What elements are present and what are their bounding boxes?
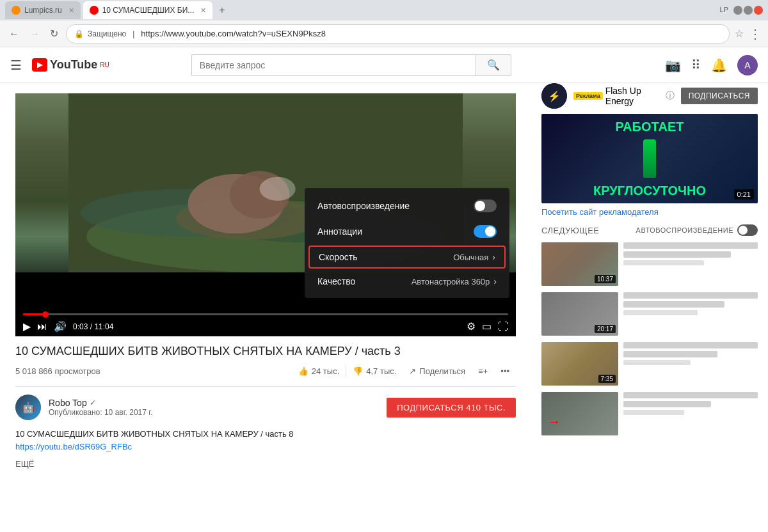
tab-label-youtube: 10 СУМАСШЕДШИХ БИ... [102,6,195,15]
ad-subscribe-button[interactable]: ПОДПИСАТЬСЯ [681,88,758,104]
settings-speed-label: Скорость [319,252,357,262]
settings-quality-item[interactable]: Качество Автонастройка 360p › [305,270,509,293]
tab-close-lumpics[interactable]: ✕ [68,6,74,15]
rec-title-4b [623,401,711,407]
add-to-playlist-button[interactable]: ≡+ [472,363,494,380]
ad-thumb-text-line2: КРУГЛОСУТОЧНО [593,183,706,198]
yt-menu-button[interactable]: ☰ [10,58,22,73]
yt-search-input[interactable] [191,54,476,76]
share-icon: ↗ [409,366,416,376]
yt-logo-ru: RU [100,61,109,68]
settings-button[interactable]: ⚙ [467,320,476,332]
settings-quality-right: Автонастройка 360p › [412,276,497,286]
ad-header: ⚡ Реклама Flash Up Energy ⓘ ПОДПИСАТЬСЯ [541,83,758,109]
settings-autoplay-item[interactable]: Автовоспроизведение [305,193,509,219]
bookmark-button[interactable]: ☆ [735,27,744,40]
rec-title-1 [623,242,758,249]
thumbs-down-icon: 👎 [353,366,363,376]
close-button[interactable] [754,6,763,15]
settings-speed-right: Обычная › [453,252,495,262]
rec-meta-2 [623,310,698,315]
yt-user-avatar[interactable]: A [737,55,758,75]
theater-button[interactable]: ▭ [482,320,492,332]
address-bar-input[interactable]: 🔒 Защищено | https://www.youtube.com/wat… [66,24,730,43]
rec-meta-4 [623,410,684,415]
yt-search-button[interactable]: 🔍 [476,54,511,76]
reload-button[interactable]: ↻ [47,25,61,42]
rec-duration-1: 10:37 [595,275,616,283]
time-total: 11:04 [94,322,113,331]
channel-row: 🤖 Robo Top ✓ Опубликовано: 10 авг. 2017 … [15,395,516,420]
video-stats-row: 5 018 866 просмотров 👍 24 тыс. 👎 4,7 тыс… [15,363,516,387]
yt-logo-icon: ▶ [32,58,47,72]
share-button[interactable]: ↗ Поделиться [403,363,472,380]
url-separator: | [132,29,134,38]
yt-notifications-button[interactable]: 🔔 [711,58,727,73]
settings-annotations-item[interactable]: Аннотации [305,219,509,244]
video-player[interactable]: Автовоспроизведение Аннотации [15,93,516,336]
channel-publish-date: Опубликовано: 10 авг. 2017 г. [49,408,379,417]
ad-thumbnail[interactable]: РАБОТАЕТ КРУГЛОСУТОЧНО 0:21 [541,114,758,203]
description-link[interactable]: https://youtu.be/dSR69G_RFBc [15,442,132,451]
progress-dot [42,311,49,318]
settings-overlay: Автовоспроизведение Аннотации [305,188,509,298]
yt-apps-button[interactable]: ⠿ [691,58,701,73]
yt-upload-button[interactable]: 📷 [665,58,681,73]
next-label: Следующее [541,226,600,235]
dislike-button[interactable]: 👎 4,7 тыс. [346,363,403,380]
tab-close-youtube[interactable]: ✕ [200,6,206,15]
browser-window: Lumpics.ru ✕ 10 СУМАСШЕДШИХ БИ... ✕ + LP… [0,0,768,532]
ad-badge-row: Реклама Flash Up Energy ⓘ [573,86,675,106]
tab-lumpics[interactable]: Lumpics.ru ✕ [5,1,81,19]
sidebar-autoplay-toggle[interactable] [737,224,758,236]
volume-button[interactable]: 🔊 [54,320,67,332]
forward-button[interactable]: → [27,26,42,42]
play-button[interactable]: ▶ [23,320,31,332]
yt-header-right: 📷 ⠿ 🔔 A [665,55,758,75]
browser-menu-button[interactable]: ⋮ [749,26,762,42]
toggle-thumb [475,201,485,211]
ad-site-link[interactable]: Посетить сайт рекламодателя [541,207,758,217]
ad-info-icon: ⓘ [666,90,675,102]
settings-speed-item[interactable]: Скорость Обычная › [308,246,506,269]
like-button[interactable]: 👍 24 тыс. [292,363,346,380]
video-description: 10 СУМАСШЕДШИХ БИТВ ЖИВОТНЫХ СНЯТЫХ НА К… [15,428,516,471]
subscribe-button[interactable]: ПОДПИСАТЬСЯ 410 ТЫС. [387,398,516,418]
ad-thumb-bottle [643,139,656,178]
rec-thumbnail-1: 10:37 [541,242,618,286]
ad-channel-name: Flash Up Energy [605,86,663,106]
rec-thumb-arrow-4: → [548,414,561,429]
rec-video-3[interactable]: 7:35 [541,342,758,386]
channel-info: Robo Top ✓ Опубликовано: 10 авг. 2017 г. [49,398,379,417]
more-actions-button[interactable]: ••• [494,363,516,380]
video-title: 10 СУМАСШЕДШИХ БИТВ ЖИВОТНЫХ СНЯТЫХ НА К… [15,344,516,359]
autoplay-section: АВТОВОСПРОИЗВЕДЕНИЕ [636,224,758,236]
back-button[interactable]: ← [6,26,22,42]
rec-title-3b [623,351,717,357]
rec-info-1 [623,242,758,286]
description-more-btn[interactable]: ЕЩЁ [15,458,516,471]
autoplay-toggle[interactable] [474,199,497,212]
rec-video-4[interactable]: → [541,392,758,435]
sidebar-section-header: Следующее АВТОВОСПРОИЗВЕДЕНИЕ [541,224,758,236]
next-button[interactable]: ⏭ [37,321,47,332]
ad-thumb-text-line1: РАБОТАЕТ [616,119,684,134]
minimize-button[interactable] [733,6,742,15]
annotations-toggle[interactable] [474,225,497,238]
channel-avatar[interactable]: 🤖 [15,395,41,420]
video-controls: ▶ ⏭ 🔊 0:03 / 11:04 ⚙ ▭ [15,308,516,336]
rec-duration-2: 20:17 [595,325,616,333]
time-current: 0:03 [73,322,88,331]
maximize-button[interactable] [744,6,753,15]
fullscreen-button[interactable]: ⛶ [498,320,508,332]
autoplay-label: АВТОВОСПРОИЗВЕДЕНИЕ [636,226,733,234]
like-count: 24 тыс. [312,366,339,376]
rec-video-2[interactable]: 20:17 [541,292,758,336]
new-tab-button[interactable]: + [215,4,228,16]
rec-title-3 [623,342,758,348]
ad-avatar[interactable]: ⚡ [541,83,567,109]
tab-youtube[interactable]: 10 СУМАСШЕДШИХ БИ... ✕ [83,1,213,19]
user-initials: LP [720,6,728,15]
progress-bar[interactable] [23,313,508,315]
rec-video-1[interactable]: 10:37 [541,242,758,286]
